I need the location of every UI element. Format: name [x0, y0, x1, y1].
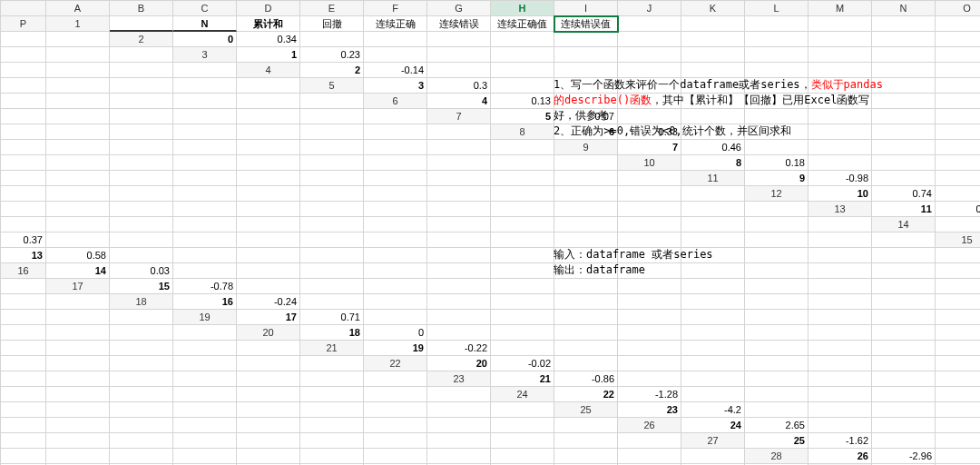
cell-4-H[interactable]: [745, 63, 808, 78]
cell-19-G[interactable]: [618, 310, 681, 325]
cell-4-D[interactable]: [491, 63, 554, 78]
cell-2-O[interactable]: [46, 47, 110, 63]
cell-1-O[interactable]: [1, 32, 46, 47]
cell-10-K[interactable]: [300, 171, 364, 186]
cell-15-K[interactable]: [618, 248, 681, 263]
cell-24-B[interactable]: -1.28: [618, 387, 681, 402]
cell-10-E[interactable]: [936, 155, 980, 171]
cell-13-D[interactable]: [46, 217, 110, 232]
cell-1-K[interactable]: [745, 16, 808, 32]
cell-24-P[interactable]: [491, 402, 554, 418]
cell-19-C[interactable]: [364, 310, 427, 325]
cell-4-P[interactable]: [237, 78, 300, 94]
row-header-10[interactable]: 10: [618, 155, 681, 171]
cell-6-F[interactable]: [745, 94, 808, 109]
cell-6-N[interactable]: [237, 109, 300, 124]
cell-15-L[interactable]: [681, 248, 745, 263]
cell-5-H[interactable]: [808, 78, 872, 94]
cell-6-P[interactable]: [364, 109, 427, 124]
row-header-15[interactable]: 15: [936, 232, 980, 248]
cell-5-M[interactable]: [110, 94, 173, 109]
cell-2-F[interactable]: [491, 32, 554, 47]
cell-27-I[interactable]: [237, 449, 300, 464]
cell-25-I[interactable]: [110, 418, 173, 433]
column-header-C[interactable]: C: [173, 1, 237, 16]
cell-13-A[interactable]: 11: [872, 202, 936, 217]
cell-26-H[interactable]: [110, 433, 173, 449]
cell-20-O[interactable]: [173, 341, 237, 356]
cell-26-E[interactable]: [936, 418, 980, 433]
cell-9-J[interactable]: [173, 155, 237, 171]
cell-3-K[interactable]: [872, 47, 936, 63]
cell-20-E[interactable]: [554, 325, 618, 341]
row-header-22[interactable]: 22: [364, 356, 427, 371]
cell-23-K[interactable]: [110, 387, 173, 402]
cell-16-J[interactable]: [618, 263, 681, 279]
cell-18-E[interactable]: [427, 294, 491, 310]
cell-26-D[interactable]: [872, 418, 936, 433]
cell-18-A[interactable]: 16: [173, 294, 237, 310]
row-header-25[interactable]: 25: [554, 402, 618, 418]
cell-23-O[interactable]: [364, 387, 427, 402]
cell-4-M[interactable]: [46, 78, 110, 94]
cell-1-J[interactable]: [681, 16, 745, 32]
cell-19-H[interactable]: [681, 310, 745, 325]
column-header-O[interactable]: O: [936, 1, 980, 16]
cell-6-C[interactable]: [554, 94, 618, 109]
cell-19-B[interactable]: 0.71: [300, 310, 364, 325]
cell-9-H[interactable]: [46, 155, 110, 171]
cell-12-G[interactable]: [173, 202, 237, 217]
cell-16-A[interactable]: 14: [46, 263, 110, 279]
column-header-J[interactable]: J: [618, 1, 681, 16]
cell-19-L[interactable]: [936, 310, 980, 325]
cell-26-M[interactable]: [427, 433, 491, 449]
cell-24-L[interactable]: [237, 402, 300, 418]
cell-13-P[interactable]: [808, 217, 872, 232]
cell-25-P[interactable]: [554, 418, 618, 433]
cell-14-H[interactable]: [364, 232, 427, 248]
cell-21-N[interactable]: [173, 356, 237, 371]
cell-16-E[interactable]: [300, 263, 364, 279]
cell-23-P[interactable]: [427, 387, 491, 402]
cell-15-I[interactable]: [491, 248, 554, 263]
cell-5-K[interactable]: [1, 94, 46, 109]
cell-11-D[interactable]: [936, 171, 980, 186]
cell-7-P[interactable]: [427, 124, 491, 140]
cell-2-N[interactable]: [1, 47, 46, 63]
cell-26-O[interactable]: [554, 433, 618, 449]
cell-10-M[interactable]: [427, 171, 491, 186]
cell-21-H[interactable]: [808, 341, 872, 356]
cell-22-D[interactable]: [618, 356, 681, 371]
cell-11-P[interactable]: [681, 186, 745, 202]
cell-17-F[interactable]: [427, 279, 491, 294]
cell-18-O[interactable]: [46, 310, 110, 325]
cell-13-F[interactable]: [173, 217, 237, 232]
cell-18-I[interactable]: [681, 294, 745, 310]
cell-28-A[interactable]: 26: [808, 449, 872, 464]
cell-4-G[interactable]: [681, 63, 745, 78]
cell-13-E[interactable]: [110, 217, 173, 232]
cell-8-G[interactable]: [936, 124, 980, 140]
cell-14-L[interactable]: [618, 232, 681, 248]
cell-26-B[interactable]: 2.65: [745, 418, 808, 433]
cell-3-A[interactable]: 1: [237, 47, 300, 63]
cell-19-F[interactable]: [554, 310, 618, 325]
cell-20-C[interactable]: [427, 325, 491, 341]
cell-5-C[interactable]: [491, 78, 554, 94]
cell-27-L[interactable]: [427, 449, 491, 464]
cell-25-K[interactable]: [237, 418, 300, 433]
cell-9-P[interactable]: [554, 155, 618, 171]
cell-15-N[interactable]: [808, 248, 872, 263]
cell-10-A[interactable]: 8: [681, 155, 745, 171]
cell-16-F[interactable]: [364, 263, 427, 279]
cell-20-L[interactable]: [1, 341, 46, 356]
cell-27-C[interactable]: [872, 433, 936, 449]
cell-14-A[interactable]: 12: [936, 217, 980, 232]
row-header-7[interactable]: 7: [427, 109, 491, 124]
cell-1-B[interactable]: N: [173, 16, 237, 32]
row-header-18[interactable]: 18: [110, 294, 173, 310]
cell-6-H[interactable]: [872, 94, 936, 109]
cell-15-E[interactable]: [237, 248, 300, 263]
cell-25-H[interactable]: [46, 418, 110, 433]
cell-25-C[interactable]: [745, 402, 808, 418]
